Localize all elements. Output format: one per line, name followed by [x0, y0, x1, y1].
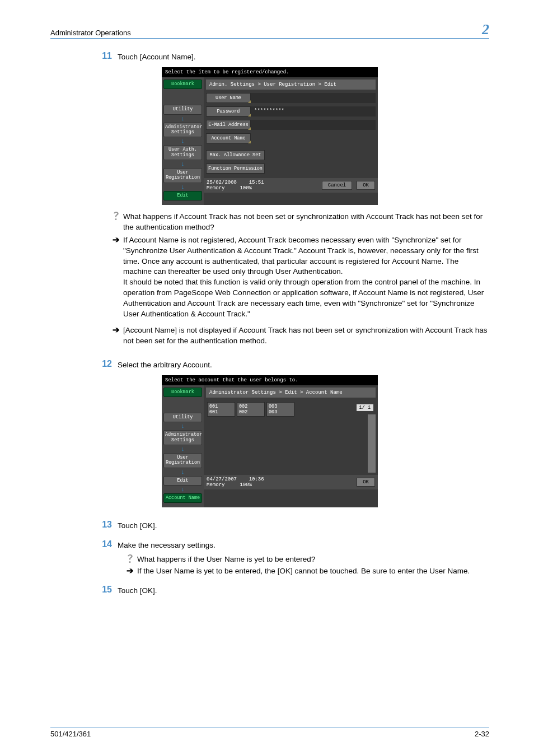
- step-text: Select the arbitrary Account.: [118, 359, 489, 371]
- page-header: Administrator Operations 2: [50, 22, 489, 39]
- down-arrow-icon: ↓: [163, 138, 202, 144]
- email-value: [251, 120, 376, 130]
- account-name-button[interactable]: Account Name: [206, 133, 251, 143]
- breadcrumb: Administrator Settings > Edit > Account …: [206, 388, 376, 398]
- account-name-label: 002: [239, 409, 263, 415]
- page-footer: 501/421/361 2-32: [50, 727, 489, 738]
- max-allowance-button[interactable]: Max. Allowance Set: [206, 150, 265, 160]
- function-permission-button[interactable]: Function Permission: [206, 164, 265, 174]
- account-code: 001: [209, 404, 233, 409]
- step-text: Make the necessary settings.: [118, 539, 489, 551]
- footer-memory-label: Memory: [207, 185, 224, 191]
- down-arrow-icon: ↓: [163, 184, 202, 190]
- step-number: 13: [90, 520, 118, 531]
- user-auth-settings-button[interactable]: User Auth. Settings: [163, 145, 202, 160]
- lcd-panel-account: Select the account that the user belongs…: [162, 375, 378, 508]
- account-name-button[interactable]: Account Name: [163, 493, 202, 503]
- cancel-button[interactable]: Cancel: [322, 181, 352, 190]
- account-name-label: 003: [269, 409, 292, 415]
- lcd-panel-edit: Select the item to be registered/changed…: [162, 67, 378, 205]
- down-arrow-icon: ↓: [163, 446, 202, 452]
- bookmark-button[interactable]: Bookmark: [163, 80, 202, 89]
- utility-button[interactable]: Utility: [163, 413, 202, 422]
- footer-memory-value: 100%: [240, 482, 252, 488]
- annotation-answer: If Account Name is not registered, Accou…: [123, 235, 489, 320]
- account-item[interactable]: 001 001: [207, 402, 235, 417]
- panel-sidebar: Bookmark Utility ↓ Administrator Setting…: [162, 77, 204, 205]
- account-code: 002: [239, 404, 263, 409]
- breadcrumb: Admin. Settings > User Registration > Ed…: [206, 80, 376, 90]
- step-text: Touch [OK].: [118, 520, 489, 531]
- admin-settings-button[interactable]: Administrator Settings: [163, 430, 202, 445]
- account-item[interactable]: 003 003: [266, 402, 294, 417]
- footer-page-number: 2-32: [475, 730, 489, 738]
- step-number: 12: [90, 359, 118, 371]
- step-text: Touch [Account Name].: [118, 51, 489, 63]
- user-name-button[interactable]: User Name: [206, 93, 251, 103]
- footer-date: 04/27/2007: [207, 477, 237, 482]
- question-icon: [123, 554, 137, 565]
- email-button[interactable]: E-Mail Address: [206, 120, 251, 130]
- password-value: **********: [251, 106, 376, 116]
- annotation-answer: [Account Name] is not displayed if Accou…: [123, 325, 489, 347]
- footer-memory-value: 100%: [240, 185, 252, 191]
- annotation-question: What happens if Account Track has not be…: [123, 212, 489, 233]
- arrow-right-icon: ➔: [109, 235, 123, 320]
- annotation-answer: If the User Name is yet to be entered, t…: [137, 566, 489, 577]
- password-button[interactable]: Password: [206, 106, 251, 116]
- panel-footer: 25/02/2008 15:51 Memory 100% Cancel OK: [204, 178, 378, 193]
- user-registration-button[interactable]: User Registration: [163, 453, 202, 468]
- down-arrow-icon: ↓: [163, 116, 202, 122]
- account-item[interactable]: 002 002: [237, 402, 265, 417]
- arrow-right-icon: ➔: [109, 325, 123, 347]
- footer-date: 25/02/2008: [207, 180, 237, 185]
- account-code: 003: [269, 404, 292, 409]
- footer-model: 501/421/361: [50, 730, 91, 738]
- user-registration-button[interactable]: User Registration: [163, 168, 202, 183]
- footer-time: 10:36: [249, 477, 264, 482]
- user-name-value: [251, 93, 376, 103]
- step-number: 14: [90, 539, 118, 551]
- panel-instruction: Select the item to be registered/changed…: [162, 67, 378, 77]
- panel-instruction: Select the account that the user belongs…: [162, 375, 378, 385]
- footer-time: 15:51: [249, 180, 264, 185]
- ok-button[interactable]: OK: [357, 181, 375, 190]
- header-title: Administrator Operations: [50, 29, 131, 37]
- utility-button[interactable]: Utility: [163, 105, 202, 114]
- step-text: Touch [OK].: [118, 585, 489, 596]
- annotation-question: What happens if the User Name is yet to …: [137, 554, 489, 565]
- arrow-right-icon: ➔: [123, 566, 137, 577]
- account-name-label: 001: [209, 409, 233, 415]
- down-arrow-icon: ↓: [163, 423, 202, 430]
- edit-button[interactable]: Edit: [163, 476, 202, 486]
- footer-memory-label: Memory: [207, 482, 224, 488]
- ok-button[interactable]: OK: [357, 478, 375, 487]
- step-number: 15: [90, 585, 118, 596]
- page-indicator: 1/ 1: [357, 404, 373, 411]
- down-arrow-icon: ↓: [163, 469, 202, 475]
- down-arrow-icon: ↓: [163, 487, 202, 493]
- panel-sidebar: Bookmark Utility ↓ Administrator Setting…: [162, 385, 204, 508]
- step-number: 11: [90, 51, 118, 63]
- bookmark-button[interactable]: Bookmark: [163, 388, 202, 397]
- edit-button[interactable]: Edit: [163, 191, 202, 200]
- chapter-number: 2: [482, 22, 489, 37]
- panel-footer: 04/27/2007 10:36 Memory 100% OK: [204, 475, 378, 489]
- question-icon: [109, 212, 123, 233]
- scrollbar[interactable]: [368, 414, 376, 473]
- admin-settings-button[interactable]: Administrator Settings: [163, 123, 202, 138]
- down-arrow-icon: ↓: [163, 161, 202, 167]
